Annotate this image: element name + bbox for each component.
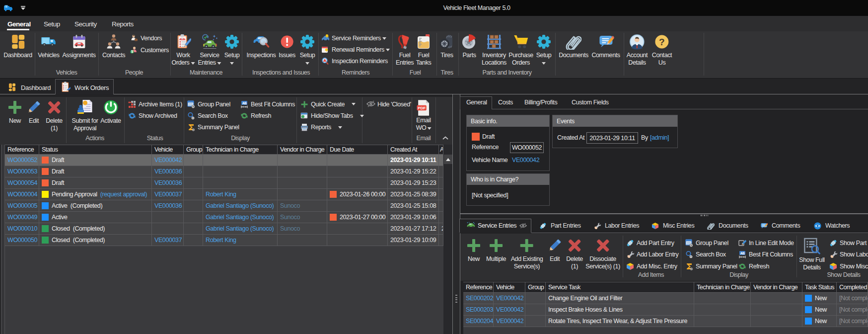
svg-text:?: ? bbox=[659, 37, 665, 47]
svg-text:$: $ bbox=[131, 50, 133, 54]
